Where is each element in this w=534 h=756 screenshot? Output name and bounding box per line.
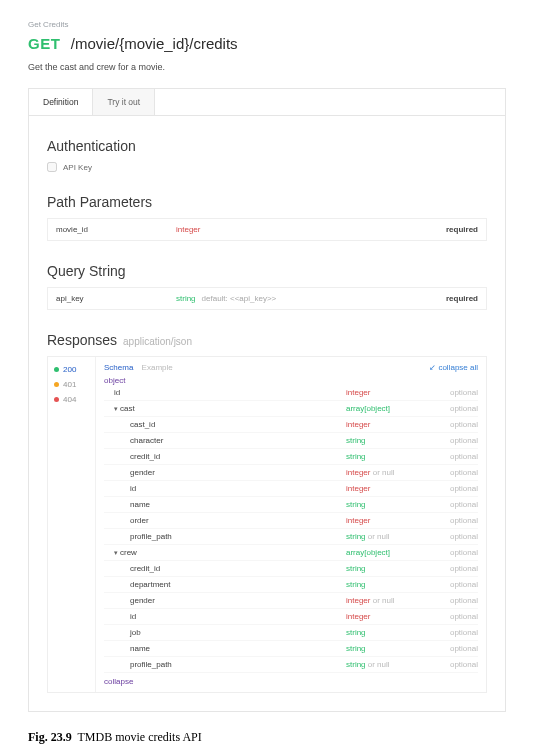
field-required: optional: [450, 420, 478, 429]
param-row: movie_id integer required: [48, 219, 486, 240]
schema-row: ▾castarray[object]optional: [104, 401, 478, 417]
field-name: cast_id: [104, 420, 155, 429]
example-tab[interactable]: Example: [142, 363, 173, 372]
field-required: optional: [450, 532, 478, 541]
field-type: string: [346, 644, 366, 653]
schema-row: profile_pathstring or nulloptional: [104, 657, 478, 673]
param-row: api_key string default: <<api_key>> requ…: [48, 288, 486, 309]
definition-panel: Authentication API Key Path Parameters m…: [28, 116, 506, 712]
collapse-all-link[interactable]: collapse all: [429, 363, 478, 372]
schema-panel: Schema Example collapse all object idint…: [96, 357, 486, 692]
param-default: default: <<api_key>>: [202, 294, 277, 303]
status-404[interactable]: 404: [54, 395, 89, 404]
schema-row: orderintegeroptional: [104, 513, 478, 529]
field-name: profile_path: [104, 660, 172, 669]
field-type: string or null: [346, 660, 390, 669]
field-type: string: [346, 564, 366, 573]
field-type: integer: [346, 516, 370, 525]
collapse-link[interactable]: collapse: [104, 673, 133, 686]
field-required: optional: [450, 564, 478, 573]
field-name: gender: [104, 468, 155, 477]
responses-section: Responsesapplication/json 200 401 404: [47, 332, 487, 693]
schema-row: genderinteger or nulloptional: [104, 465, 478, 481]
field-name[interactable]: ▾cast: [104, 404, 135, 413]
query-section: Query String api_key string default: <<a…: [47, 263, 487, 310]
schema-row: jobstringoptional: [104, 625, 478, 641]
field-name: gender: [104, 596, 155, 605]
field-name: id: [104, 612, 136, 621]
caret-down-icon: ▾: [114, 549, 118, 557]
field-type: integer: [346, 420, 370, 429]
field-type: integer or null: [346, 468, 394, 477]
query-table: api_key string default: <<api_key>> requ…: [47, 287, 487, 310]
tabs: Definition Try it out: [28, 88, 506, 116]
schema-row: idintegeroptional: [104, 481, 478, 497]
schema-row: namestringoptional: [104, 641, 478, 657]
apikey-label: API Key: [63, 163, 92, 172]
status-401[interactable]: 401: [54, 380, 89, 389]
schema-row: profile_pathstring or nulloptional: [104, 529, 478, 545]
param-type: string: [176, 294, 196, 303]
field-required: optional: [450, 500, 478, 509]
field-name: character: [104, 436, 163, 445]
endpoint-description: Get the cast and crew for a movie.: [28, 62, 506, 72]
tab-definition[interactable]: Definition: [29, 89, 93, 115]
field-type: string: [346, 452, 366, 461]
responses-title: Responsesapplication/json: [47, 332, 487, 348]
http-method: GET: [28, 35, 60, 52]
field-required: optional: [450, 660, 478, 669]
auth-section: Authentication API Key: [47, 138, 487, 172]
breadcrumb: Get Credits: [28, 20, 506, 29]
path-params-section: Path Parameters movie_id integer require…: [47, 194, 487, 241]
field-type: string: [346, 580, 366, 589]
field-type: string or null: [346, 532, 390, 541]
param-required: required: [446, 225, 478, 234]
endpoint-path: /movie/{movie_id}/credits: [71, 35, 238, 52]
field-name: department: [104, 580, 170, 589]
field-name: name: [104, 500, 150, 509]
schema-row: ▾crewarray[object]optional: [104, 545, 478, 561]
field-type: integer: [346, 484, 370, 493]
schema-row: credit_idstringoptional: [104, 449, 478, 465]
schema-row: departmentstringoptional: [104, 577, 478, 593]
field-required: optional: [450, 596, 478, 605]
field-type: integer: [346, 388, 370, 397]
responses-contenttype: application/json: [123, 336, 192, 347]
param-type: integer: [176, 225, 200, 234]
param-required: required: [446, 294, 478, 303]
field-name[interactable]: ▾crew: [104, 548, 137, 557]
schema-row: namestringoptional: [104, 497, 478, 513]
status-dot-icon: [54, 397, 59, 402]
status-codes: 200 401 404: [48, 357, 96, 692]
field-required: optional: [450, 628, 478, 637]
field-name: order: [104, 516, 149, 525]
param-name: movie_id: [56, 225, 176, 234]
status-dot-icon: [54, 382, 59, 387]
schema-row: cast_idintegeroptional: [104, 417, 478, 433]
field-name: credit_id: [104, 452, 160, 461]
figure-caption: Fig. 23.9 TMDB movie credits API: [28, 730, 506, 745]
schema-row: idintegeroptional: [104, 609, 478, 625]
field-required: optional: [450, 404, 478, 413]
field-required: optional: [450, 388, 478, 397]
responses-table: 200 401 404 Schema Examp: [47, 356, 487, 693]
schema-row: credit_idstringoptional: [104, 561, 478, 577]
field-required: optional: [450, 436, 478, 445]
field-name: profile_path: [104, 532, 172, 541]
field-required: optional: [450, 516, 478, 525]
field-type: string: [346, 628, 366, 637]
schema-root: object: [104, 376, 478, 385]
field-type: integer: [346, 612, 370, 621]
path-params-table: movie_id integer required: [47, 218, 487, 241]
field-type: string: [346, 436, 366, 445]
status-dot-icon: [54, 367, 59, 372]
apikey-checkbox[interactable]: [47, 162, 57, 172]
query-title: Query String: [47, 263, 487, 279]
field-name: credit_id: [104, 564, 160, 573]
schema-tab[interactable]: Schema: [104, 363, 133, 372]
field-required: optional: [450, 468, 478, 477]
field-type: array[object]: [346, 404, 390, 413]
tab-try-it-out[interactable]: Try it out: [93, 89, 155, 115]
field-type: array[object]: [346, 548, 390, 557]
status-200[interactable]: 200: [54, 365, 89, 374]
